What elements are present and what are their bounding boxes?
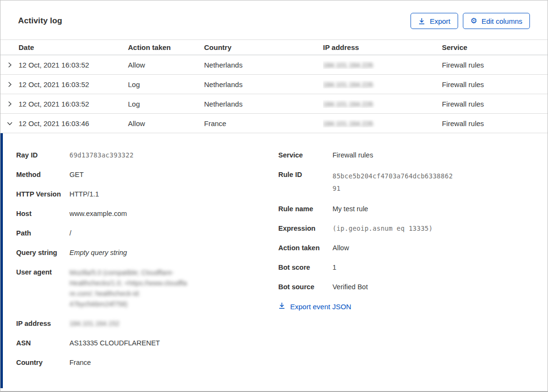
cell-date: 12 Oct, 2021 16:03:52 — [19, 100, 128, 108]
detail-label: Expression — [278, 224, 333, 234]
detail-value: 85bce5b204cf4703a764dcb633886291 — [333, 170, 455, 195]
cell-service: Firewall rules — [442, 61, 548, 69]
cell-country: Netherlands — [204, 100, 323, 108]
detail-value: 69d13783ac393322 — [69, 150, 134, 160]
detail-value: www.example.com — [69, 209, 127, 219]
detail-label: Path — [16, 228, 69, 238]
column-header-action: Action taken — [128, 43, 204, 51]
detail-rule-id: Rule ID 85bce5b204cf4703a764dcb633886291 — [278, 170, 530, 195]
detail-label: Ray ID — [16, 150, 69, 160]
detail-value: AS13335 CLOUDFLARENET — [69, 338, 160, 348]
detail-http-version: HTTP Version HTTP/1.1 — [16, 189, 261, 199]
detail-value: Firewall rules — [333, 150, 373, 160]
cell-country: Netherlands — [204, 80, 323, 88]
detail-bot-score: Bot score 1 — [278, 263, 530, 273]
column-header-date: Date — [19, 43, 128, 51]
detail-value-redacted: Mozilla/5.0 (compatible; Cloudflare- Hea… — [69, 267, 187, 309]
detail-bot-source: Bot source Verified Bot — [278, 282, 530, 292]
cell-date: 12 Oct, 2021 16:03:52 — [19, 80, 128, 88]
chevron-right-icon[interactable] — [0, 81, 19, 88]
table-row[interactable]: 12 Oct, 2021 16:03:52 Allow Netherlands … — [0, 55, 548, 75]
event-details-panel: Ray ID 69d13783ac393322 Method GET HTTP … — [0, 133, 548, 388]
table-row[interactable]: 12 Oct, 2021 16:03:52 Log Netherlands 18… — [0, 94, 548, 114]
cell-ip-redacted: 184.101.164.226 — [323, 119, 442, 127]
column-header-ip: IP address — [323, 43, 442, 51]
export-event-json-label: Export event JSON — [290, 303, 351, 311]
detail-value: Empty query string — [69, 248, 127, 258]
detail-value: 1 — [333, 263, 336, 273]
cell-country: France — [204, 119, 323, 127]
detail-action-taken: Action taken Allow — [278, 243, 530, 253]
cell-action: Allow — [128, 119, 204, 127]
export-event-json-link[interactable]: Export event JSON — [278, 302, 351, 311]
detail-value: HTTP/1.1 — [69, 189, 99, 199]
detail-asn: ASN AS13335 CLOUDFLARENET — [16, 338, 261, 348]
export-button-label: Export — [430, 17, 450, 25]
detail-label: Bot source — [278, 282, 333, 292]
detail-label: HTTP Version — [16, 189, 69, 199]
details-left-column: Ray ID 69d13783ac393322 Method GET HTTP … — [16, 150, 261, 377]
export-button[interactable]: Export — [411, 13, 458, 29]
chevron-right-icon[interactable] — [0, 100, 19, 108]
detail-value: Verified Bot — [333, 282, 368, 292]
edit-columns-button[interactable]: ⚙ Edit columns — [463, 13, 530, 29]
detail-path: Path / — [16, 228, 261, 238]
detail-label: Action taken — [278, 243, 333, 253]
cell-ip-redacted: 184.101.164.226 — [323, 100, 442, 108]
detail-label: Host — [16, 209, 69, 219]
detail-label: Bot score — [278, 263, 333, 273]
panel-header: Activity log Export ⚙ Edit columns — [0, 0, 548, 39]
detail-service: Service Firewall rules — [278, 150, 530, 160]
activity-log-panel: Activity log Export ⚙ Edit columns Date … — [0, 0, 548, 392]
detail-label: Method — [16, 170, 69, 180]
detail-value: Allow — [333, 243, 349, 253]
cell-country: Netherlands — [204, 61, 323, 69]
detail-label: Rule name — [278, 204, 333, 214]
toolbar: Export ⚙ Edit columns — [411, 13, 530, 29]
column-header-service: Service — [442, 43, 548, 51]
gear-icon: ⚙ — [470, 17, 477, 25]
detail-value: My test rule — [333, 204, 368, 214]
detail-label: Rule ID — [278, 170, 333, 195]
edit-columns-button-label: Edit columns — [481, 17, 522, 25]
chevron-right-icon[interactable] — [0, 61, 19, 69]
cell-action: Log — [128, 80, 204, 88]
detail-value: France — [69, 358, 91, 368]
cell-service: Firewall rules — [442, 80, 548, 88]
table-row-expanded[interactable]: 12 Oct, 2021 16:03:46 Allow France 184.1… — [0, 114, 548, 133]
detail-host: Host www.example.com — [16, 209, 261, 219]
activity-table: Date Action taken Country IP address Ser… — [0, 39, 548, 133]
detail-country: Country France — [16, 358, 261, 368]
detail-label: User agent — [16, 267, 69, 309]
details-right-column: Service Firewall rules Rule ID 85bce5b20… — [278, 150, 530, 377]
column-header-country: Country — [204, 43, 323, 51]
detail-ip-address: IP address 184.101.164.152 — [16, 319, 261, 329]
cell-service: Firewall rules — [442, 100, 548, 108]
detail-value: (ip.geoip.asnum eq 13335) — [333, 224, 433, 234]
detail-expression: Expression (ip.geoip.asnum eq 13335) — [278, 224, 530, 234]
cell-action: Log — [128, 100, 204, 108]
detail-ray-id: Ray ID 69d13783ac393322 — [16, 150, 261, 160]
detail-label: IP address — [16, 319, 69, 329]
chevron-down-icon[interactable] — [0, 120, 19, 127]
cell-action: Allow — [128, 61, 204, 69]
detail-label: Country — [16, 358, 69, 368]
detail-label: Service — [278, 150, 333, 160]
detail-value: / — [69, 228, 71, 238]
detail-label: Query string — [16, 248, 69, 258]
cell-ip-redacted: 184.101.164.226 — [323, 80, 442, 88]
detail-query-string: Query string Empty query string — [16, 248, 261, 258]
page-title: Activity log — [18, 16, 62, 26]
cell-service: Firewall rules — [442, 119, 548, 127]
cell-date: 12 Oct, 2021 16:03:46 — [19, 119, 128, 127]
table-row[interactable]: 12 Oct, 2021 16:03:52 Log Netherlands 18… — [0, 75, 548, 94]
table-header-row: Date Action taken Country IP address Ser… — [0, 40, 548, 55]
cell-ip-redacted: 184.101.164.226 — [323, 61, 442, 69]
detail-value: GET — [69, 170, 84, 180]
detail-value-redacted: 184.101.164.152 — [69, 319, 119, 329]
detail-rule-name: Rule name My test rule — [278, 204, 530, 214]
download-icon — [418, 18, 425, 25]
download-icon — [278, 302, 285, 311]
detail-user-agent: User agent Mozilla/5.0 (compatible; Clou… — [16, 267, 261, 309]
cell-date: 12 Oct, 2021 16:03:52 — [19, 61, 128, 69]
